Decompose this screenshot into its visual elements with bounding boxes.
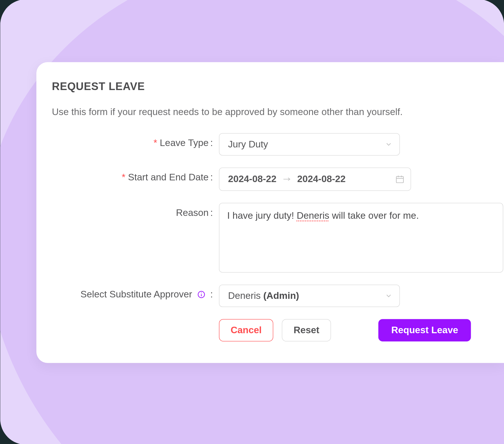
leave-type-select[interactable]: Jury Duty bbox=[219, 133, 400, 156]
label-reason: Reason: bbox=[52, 203, 219, 218]
arrow-right-icon bbox=[282, 176, 291, 182]
request-leave-button[interactable]: Request Leave bbox=[378, 319, 471, 341]
card-subtitle: Use this form if your request needs to b… bbox=[52, 107, 504, 118]
required-marker: * bbox=[153, 137, 157, 148]
chevron-down-icon bbox=[385, 140, 392, 148]
row-date-range: *Start and End Date: 2024-08-22 2024-08-… bbox=[52, 168, 504, 191]
reset-button[interactable]: Reset bbox=[282, 319, 331, 341]
row-substitute: Select Substitute Approver : Deneris (Ad… bbox=[52, 285, 504, 307]
date-range-picker[interactable]: 2024-08-22 2024-08-22 bbox=[219, 168, 411, 191]
stage: REQUEST LEAVE Use this form if your requ… bbox=[0, 0, 504, 444]
end-date-value: 2024-08-22 bbox=[297, 174, 346, 185]
label-leave-type: *Leave Type: bbox=[52, 133, 219, 149]
required-marker: * bbox=[122, 172, 125, 183]
cancel-button[interactable]: Cancel bbox=[219, 319, 273, 341]
substitute-select[interactable]: Deneris (Admin) bbox=[219, 285, 400, 307]
info-icon[interactable] bbox=[196, 290, 206, 299]
substitute-value: Deneris (Admin) bbox=[228, 290, 299, 301]
reason-text-post: will take over for me. bbox=[329, 210, 419, 221]
reason-text-spellcheck: Deneris bbox=[296, 210, 329, 221]
calendar-icon bbox=[395, 174, 404, 184]
leave-type-value: Jury Duty bbox=[228, 139, 268, 150]
reason-textarea[interactable]: I have jury duty! Deneris will take over… bbox=[219, 203, 503, 272]
reason-text-pre: I have jury duty! bbox=[227, 210, 297, 221]
label-date-range: *Start and End Date: bbox=[52, 168, 219, 183]
svg-rect-1 bbox=[396, 176, 403, 183]
start-date-value: 2024-08-22 bbox=[228, 174, 277, 185]
request-leave-card: REQUEST LEAVE Use this form if your requ… bbox=[36, 62, 504, 363]
row-reason: Reason: I have jury duty! Deneris will t… bbox=[52, 203, 504, 272]
chevron-down-icon bbox=[385, 292, 392, 300]
svg-point-7 bbox=[201, 293, 202, 293]
label-substitute: Select Substitute Approver : bbox=[52, 285, 219, 300]
card-title: REQUEST LEAVE bbox=[52, 80, 504, 93]
viewport: REQUEST LEAVE Use this form if your requ… bbox=[0, 0, 504, 444]
button-row: Cancel Reset Request Leave bbox=[219, 319, 504, 341]
row-leave-type: *Leave Type: Jury Duty bbox=[52, 133, 504, 156]
